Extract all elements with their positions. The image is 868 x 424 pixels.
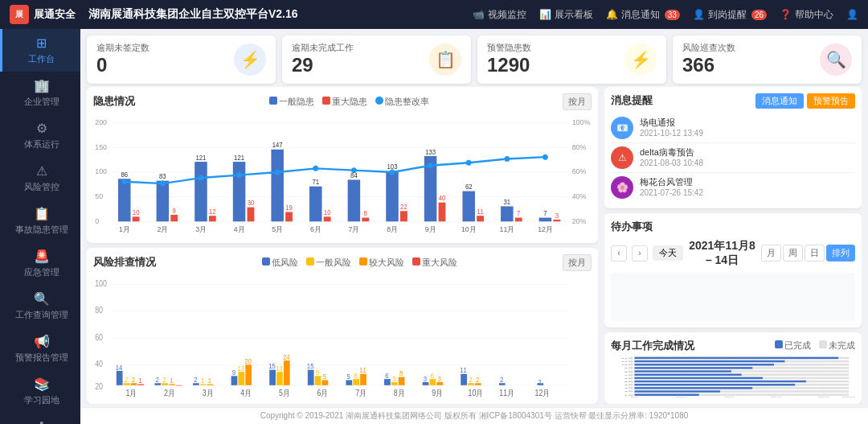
nav-checkin[interactable]: 👤 到岗提醒26: [693, 8, 767, 22]
sidebar-item-download[interactable]: ⬇ 导出文件下载: [0, 413, 80, 424]
sidebar-item-system[interactable]: ⚙ 体系运行: [0, 114, 80, 157]
legend-major-risk: 重大风险: [412, 257, 457, 269]
sidebar-item-learning[interactable]: 📚 学习园地: [0, 370, 80, 413]
system-icon: ⚙: [36, 121, 47, 136]
notice-badge: 33: [665, 10, 680, 20]
msg-time-2: 2021-07-26 15:42: [640, 188, 703, 197]
sidebar-item-workbench[interactable]: ⊞ 工作台: [0, 29, 80, 72]
svg-text:2月: 2月: [158, 225, 169, 233]
todo-today-btn[interactable]: 今天: [653, 245, 683, 261]
svg-text:11: 11: [477, 208, 484, 215]
svg-text:1月: 1月: [119, 225, 130, 233]
risk-chart-title: 风险排查情况: [93, 255, 156, 270]
todo-view-day[interactable]: 日: [805, 245, 825, 261]
svg-text:2: 2: [194, 375, 198, 384]
hazard-chart-card: 隐患情况 一般隐患 重大隐患 隐患整改率 按月 200 150: [87, 87, 598, 243]
svg-text:11月: 11月: [500, 225, 515, 233]
svg-rect-153: [634, 356, 838, 359]
legend-normal: 一般风险: [306, 257, 351, 269]
svg-text:12月: 12月: [535, 388, 551, 397]
svg-text:7月: 7月: [349, 225, 360, 233]
footer: Copyright © 2019-2021 湖南展通科技集团网络公司 版权所有 …: [80, 407, 868, 424]
sidebar-item-warning[interactable]: 📢 预警报告管理: [0, 327, 80, 370]
sidebar-item-risk[interactable]: ⚠ 风险管控: [0, 157, 80, 200]
stat-label-2: 预警隐患数: [487, 42, 616, 54]
msg-content-1: delta病毒预告 2021-08-03 10:48: [640, 146, 703, 167]
nav-board[interactable]: 📊 展示看板: [539, 8, 593, 22]
bar-general-feb: [157, 180, 170, 221]
sidebar-item-enterprise[interactable]: 🏢 企业管理: [0, 72, 80, 114]
todo-view-week[interactable]: 周: [783, 245, 803, 261]
todo-prev-btn[interactable]: ‹: [611, 245, 627, 261]
nav-notice[interactable]: 🔔 消息通知33: [606, 8, 680, 22]
hazard-chart-filter[interactable]: 按月: [563, 93, 592, 110]
svg-rect-61: [117, 371, 123, 385]
svg-text:14: 14: [116, 363, 123, 372]
todo-view-month[interactable]: 月: [761, 245, 781, 261]
legend-major: 重大隐患: [322, 96, 367, 108]
svg-rect-184: [720, 390, 849, 393]
svg-text:86: 86: [121, 171, 128, 178]
logo-text: 展通安全: [34, 7, 76, 22]
svg-text:8月: 8月: [624, 370, 633, 373]
svg-text:10月: 10月: [469, 388, 484, 397]
nav-user[interactable]: 👤: [846, 9, 858, 20]
stat-label-3: 风险巡查次数: [682, 42, 812, 54]
svg-text:24: 24: [283, 352, 290, 361]
svg-rect-74: [245, 364, 252, 385]
sidebar-item-work-query[interactable]: 🔍 工作查询管理: [0, 285, 80, 327]
svg-text:10: 10: [133, 209, 140, 216]
svg-rect-90: [461, 374, 467, 385]
svg-text:40: 40: [439, 195, 446, 202]
svg-text:4月: 4月: [234, 225, 245, 233]
rate-dot-oct: [466, 160, 472, 166]
svg-text:15: 15: [268, 362, 276, 371]
svg-text:83: 83: [159, 173, 166, 180]
bar-major-jan: [133, 216, 140, 221]
nav-video[interactable]: 📹 视频监控: [473, 8, 526, 22]
svg-text:4月: 4月: [240, 388, 252, 397]
svg-text:2月: 2月: [164, 388, 175, 397]
svg-text:6: 6: [385, 371, 389, 380]
legend-high: 较大风险: [359, 257, 404, 269]
rate-dot-dec: [542, 154, 548, 159]
warning-icon: 📢: [34, 334, 50, 349]
nav-help[interactable]: ❓ 帮助中心: [780, 8, 833, 22]
svg-text:31: 31: [504, 199, 511, 206]
svg-text:7月: 7月: [624, 373, 633, 376]
hazard-chart-svg: 200 150 100 50 0 100% 80% 60% 40% 20%: [93, 113, 592, 237]
msg-title-text-0: 场电通报: [640, 117, 703, 129]
legend-rate: 隐患整改率: [375, 96, 429, 108]
msg-warn-btn[interactable]: 预警预告: [807, 93, 855, 109]
learning-icon: 📚: [34, 377, 50, 392]
svg-rect-68: [176, 385, 182, 386]
svg-text:6: 6: [354, 371, 358, 380]
svg-text:150: 150: [95, 142, 107, 150]
bar-major-aug: [400, 211, 407, 221]
message-header: 消息提醒 消息通知 预警预告: [611, 93, 855, 109]
msg-avatar-1: ⚠: [611, 146, 633, 169]
rate-dot-jun: [313, 166, 318, 171]
todo-title: 待办事项: [611, 220, 855, 234]
svg-text:3月: 3月: [624, 387, 633, 389]
rate-line: [125, 157, 546, 183]
todo-next-btn[interactable]: ›: [632, 245, 648, 261]
todo-header: ‹ › 今天 2021年11月8 – 14日 月 周 日 排列: [611, 239, 855, 268]
msg-notice-btn[interactable]: 消息通知: [755, 93, 804, 109]
svg-rect-177: [634, 384, 795, 386]
risk-chart-filter[interactable]: 按月: [563, 254, 592, 271]
sidebar-item-accident[interactable]: 📋 事故隐患管理: [0, 200, 80, 242]
svg-text:133: 133: [425, 148, 436, 155]
svg-text:100: 100: [95, 167, 107, 175]
svg-rect-72: [231, 376, 238, 385]
stat-risk-patrol: 风险巡查次数 366 🔍: [673, 35, 862, 84]
svg-text:100%: 100%: [572, 118, 591, 126]
svg-rect-171: [634, 377, 763, 379]
stat-icon-2: ⚡: [624, 43, 657, 76]
sidebar-label-emergency: 应急管理: [24, 266, 59, 278]
sidebar-item-emergency[interactable]: 🚨 应急管理: [0, 242, 80, 285]
todo-view-list[interactable]: 排列: [826, 245, 855, 261]
svg-text:4月: 4月: [624, 384, 633, 386]
risk-icon: ⚠: [36, 163, 47, 179]
message-title: 消息提醒: [611, 93, 653, 108]
